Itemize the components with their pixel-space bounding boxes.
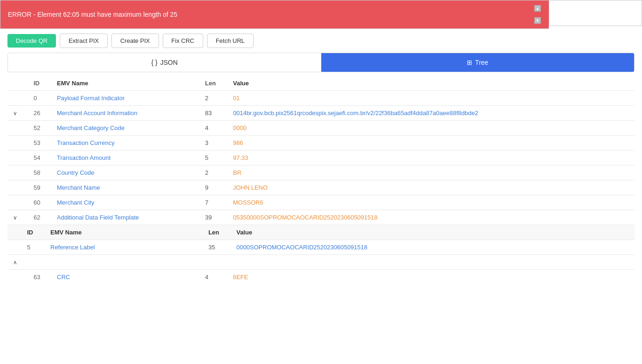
table-row: 59 Merchant Name 9 JOHN LENO (7, 180, 635, 195)
tab-json[interactable]: { } JSON (8, 53, 321, 72)
row-id: 54 (28, 151, 51, 165)
row-value: 05350000SOPROMOCAOCARID2520230605091518 (228, 210, 635, 225)
row-id: 62 (28, 210, 51, 225)
row-id: 63 (28, 270, 51, 285)
collapse-cell[interactable]: ∧ (7, 255, 28, 270)
row-name: Additional Data Field Template (51, 210, 200, 225)
table-header-row: ID EMV Name Len Value (7, 76, 635, 91)
error-scrollbar[interactable]: ▲ ▼ (534, 5, 541, 24)
create-pix-button[interactable]: Create PIX (111, 34, 159, 48)
table-row: 0 Payload Format Indicator 2 01 (7, 91, 635, 106)
row-value: 0000 (228, 121, 635, 136)
row-len: 7 (200, 195, 228, 210)
expand-cell (7, 195, 28, 210)
scroll-down-btn[interactable]: ▼ (534, 17, 541, 24)
table-row: 53 Transaction Currency 3 986 (7, 136, 635, 151)
scroll-up-btn[interactable]: ▲ (534, 5, 541, 12)
main-content: ID EMV Name Len Value 0 Payload Format I… (0, 76, 642, 284)
nested-table-row: 5 Reference Label 35 0000SOPROMOCAOCARID… (7, 240, 635, 255)
expand-cell[interactable]: ∨ (7, 210, 28, 225)
expand-cell (7, 270, 28, 285)
expand-cell[interactable]: ∨ (7, 106, 28, 121)
fetch-url-button[interactable]: Fetch URL (207, 34, 254, 48)
row-len: 2 (200, 91, 228, 106)
emv-name-col-header: EMV Name (51, 76, 200, 91)
id-col-header: ID (28, 76, 51, 91)
row-name: Merchant City (51, 195, 200, 210)
row-value: BR (228, 165, 635, 180)
expand-cell (7, 151, 28, 165)
len-col-header: Len (200, 76, 228, 91)
decode-qr-button[interactable]: Decode QR (7, 34, 56, 48)
row-len: 2 (200, 165, 228, 180)
row-name: Merchant Category Code (51, 121, 200, 136)
nested-value-header: Value (231, 225, 635, 240)
table-row: 60 Merchant City 7 MOSSOR6 (7, 195, 635, 210)
row-id: 52 (28, 121, 51, 136)
tab-json-label: JSON (160, 59, 178, 66)
row-value: 01 (228, 91, 635, 106)
qr-preview (549, 0, 642, 26)
row-len: 4 (200, 270, 228, 285)
json-icon: { } (151, 59, 157, 66)
expand-cell (7, 136, 28, 151)
nested-header-row: ID EMV Name Len Value 5 Reference Label (7, 225, 635, 255)
nested-row-len: 35 (203, 240, 231, 255)
row-name: Country Code (51, 165, 200, 180)
tab-tree[interactable]: ⊞ Tree (321, 53, 635, 72)
row-name: Merchant Name (51, 180, 200, 195)
tab-bar: { } JSON ⊞ Tree (7, 53, 635, 72)
expand-cell (7, 165, 28, 180)
collapse-btn[interactable]: ∨ (13, 214, 22, 221)
row-name: Merchant Account Information (51, 106, 200, 121)
expand-cell (7, 180, 28, 195)
row-len: 83 (200, 106, 228, 121)
expand-cell (7, 91, 28, 106)
error-bar: ERROR - Element 62:05 must have maximum … (0, 0, 549, 28)
expand-btn[interactable]: ∨ (13, 110, 22, 117)
collapse-indicator[interactable]: ∧ (13, 259, 22, 266)
nested-id-header: ID (21, 225, 45, 240)
table-row: 52 Merchant Category Code 4 0000 (7, 121, 635, 136)
table-row: 58 Country Code 2 BR (7, 165, 635, 180)
row-id: 60 (28, 195, 51, 210)
row-len: 39 (200, 210, 228, 225)
nested-expand-cell (7, 240, 21, 255)
expand-col-header (7, 76, 28, 91)
collapse-spacer (28, 255, 635, 270)
row-len: 3 (200, 136, 228, 151)
table-row: ∨ 26 Merchant Account Information 83 001… (7, 106, 635, 121)
row-value: JOHN LENO (228, 180, 635, 195)
nested-len-header: Len (203, 225, 231, 240)
row-id: 58 (28, 165, 51, 180)
row-value: 6EFE (228, 270, 635, 285)
row-name: Transaction Amount (51, 151, 200, 165)
nested-row-name: Reference Label (45, 240, 203, 255)
row-value: 986 (228, 136, 635, 151)
row-len: 9 (200, 180, 228, 195)
row-value: MOSSOR6 (228, 195, 635, 210)
nested-emv-header: EMV Name (45, 225, 203, 240)
expand-cell (7, 121, 28, 136)
fix-crc-button[interactable]: Fix CRC (163, 34, 203, 48)
row-id: 59 (28, 180, 51, 195)
table-row: 54 Transaction Amount 5 97.33 (7, 151, 635, 165)
tree-icon: ⊞ (467, 59, 472, 66)
row-id: 53 (28, 136, 51, 151)
row-value: 0014br.gov.bcb.pix2561qrcodespix.sejaefi… (228, 106, 635, 121)
table-row: 63 CRC 4 6EFE (7, 270, 635, 285)
row-id: 26 (28, 106, 51, 121)
row-name: Transaction Currency (51, 136, 200, 151)
nested-expand-col (7, 225, 21, 240)
data-table: ID EMV Name Len Value 0 Payload Format I… (7, 76, 635, 284)
row-name: CRC (51, 270, 200, 285)
table-row: ∨ 62 Additional Data Field Template 39 0… (7, 210, 635, 225)
row-name: Payload Format Indicator (51, 91, 200, 106)
nested-collapse-row: ∧ (7, 255, 635, 270)
row-value: 97.33 (228, 151, 635, 165)
toolbar: Decode QR Extract PIX Create PIX Fix CRC… (0, 29, 642, 53)
nested-table-header: ID EMV Name Len Value (7, 225, 635, 240)
extract-pix-button[interactable]: Extract PIX (60, 34, 108, 48)
row-id: 0 (28, 91, 51, 106)
nested-row-value: 0000SOPROMOCAOCARID2520230605091518 (231, 240, 635, 255)
